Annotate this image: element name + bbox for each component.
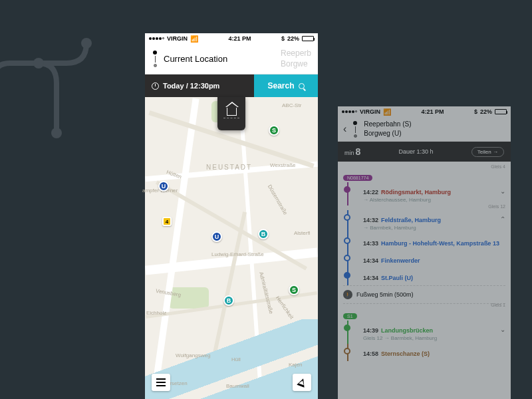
bluetooth-icon: $ (474, 108, 477, 115)
phone-primary: VIRGIN 📶 4:21 PM $ 22% Current Location … (145, 33, 318, 399)
signal-dots-icon (342, 110, 357, 113)
status-bar: VIRGIN 📶 4:21 PM $ 22% (145, 33, 318, 44)
time-picker-label: Today / 12:30pm (163, 82, 219, 90)
home-shortcut[interactable] (217, 97, 245, 130)
chevron-down-icon[interactable]: ⌄ (500, 188, 505, 195)
battery-icon (302, 36, 314, 41)
line-badge: S1 (343, 313, 357, 319)
journey-leg[interactable]: 14:22Rödingsmarkt, Hamburg⌄ → Alsterchau… (347, 182, 505, 205)
clock-icon (152, 82, 159, 90)
route-to: Borgweg (U) (364, 129, 411, 138)
line-badge: N0881774 (343, 175, 372, 181)
locate-button[interactable] (293, 374, 311, 391)
road-label: Wolfgangsweg (176, 352, 210, 358)
walk-segment: 🚶 Fußweg 5min (500m) (343, 285, 505, 304)
share-button[interactable]: Teilen → (471, 147, 504, 157)
platform-label: Gleis 1 (343, 303, 505, 307)
station-pin-s[interactable]: S (269, 125, 279, 136)
road-label: Eichholz (146, 310, 166, 316)
statusbar-time: 4:21 PM (228, 35, 251, 42)
station-pin-u[interactable]: U (211, 231, 222, 242)
road-label: Baumwall (226, 383, 249, 389)
road-label: Wexstraße (270, 162, 296, 168)
road-label: Hüll (231, 356, 241, 362)
hamburger-icon (156, 382, 166, 383)
station-pin-s[interactable]: S (289, 285, 299, 295)
map-canvas[interactable]: NEUSTADT Ludwig-Erhard-Straße Wexstraße … (145, 97, 318, 399)
bluetooth-icon: $ (281, 35, 285, 42)
road-label: Admiralitätsstraße (258, 271, 274, 315)
navigate-icon (297, 377, 307, 387)
journey-list[interactable]: Gleis 4 N0881774 14:22Rödingsmarkt, Hamb… (338, 162, 511, 361)
road-label: Ludwig-Erhard-Straße (211, 251, 264, 257)
station-pin-b[interactable]: B (223, 295, 234, 306)
battery-icon (495, 109, 507, 114)
route-from: Reeperbahn (S) (364, 120, 411, 129)
location-text: Current Location (164, 54, 275, 64)
district-label: NEUSTADT (206, 164, 252, 171)
chevron-down-icon[interactable]: ⌄ (500, 326, 505, 333)
brand-logo-background (0, 33, 120, 146)
road-label: Düsternstraße (267, 184, 289, 215)
search-icon (299, 83, 305, 89)
route-header: ‹ Reeperbahn (S) Borgweg (U) (338, 117, 511, 142)
svg-point-3 (33, 58, 44, 68)
walk-label: Fußweg 5min (500m) (356, 291, 414, 298)
signal-dots-icon (149, 37, 164, 40)
svg-point-4 (81, 38, 92, 49)
journey-leg[interactable]: 14:58Sternschanze (S) (347, 344, 505, 361)
ghost-destinations: Reeperb Borgwe (281, 49, 311, 69)
journey-leg[interactable]: 14:39Landungsbrücken⌄ Gleis 12 → Barmbek… (347, 321, 505, 344)
route-dots-icon (152, 51, 158, 67)
search-toolbar: Today / 12:30pm Search (145, 74, 318, 97)
platform-label: Gleis 4 (343, 164, 505, 169)
journey-leg[interactable]: 14:33Hamburg - Hoheluft-West, Kampstraße… (347, 233, 505, 251)
svg-point-1 (51, 128, 62, 138)
carrier-label: VIRGIN (167, 35, 188, 42)
battery-pct: 22% (480, 108, 492, 115)
time-picker[interactable]: Today / 12:30pm (145, 74, 254, 97)
search-label: Search (267, 81, 294, 90)
station-pin-b[interactable]: B (258, 229, 269, 239)
minutes-value: 8 (356, 146, 361, 157)
back-button[interactable]: ‹ (343, 123, 346, 135)
wifi-icon: 📶 (383, 108, 391, 116)
menu-button[interactable] (152, 374, 170, 391)
journey-leg[interactable]: 14:34Finkenwerder (347, 251, 505, 268)
road-label: Kajen (289, 362, 302, 368)
line-pin-4[interactable]: 4 (162, 217, 172, 226)
location-field[interactable]: Current Location Reeperb Borgwe (145, 44, 318, 74)
station-pin-u[interactable]: U (158, 181, 169, 192)
chevron-up-icon[interactable]: ⌃ (500, 215, 505, 223)
search-button[interactable]: Search (254, 74, 318, 97)
home-icon (227, 108, 237, 116)
phone-secondary: VIRGIN 📶 4:21 PM $ 22% ‹ Reeperbahn (S) … (338, 106, 511, 399)
route-dots-icon (352, 121, 358, 138)
road-label: Alsterfl (294, 230, 310, 236)
battery-pct: 22% (287, 35, 299, 42)
journey-leg[interactable]: 14:32Feldstraße, Hamburg⌃ → Barmbek, Ham… (347, 210, 505, 233)
walk-icon: 🚶 (343, 290, 352, 299)
carrier-label: VIRGIN (360, 108, 380, 115)
journey-leg[interactable]: 14:34St.Pauli (U) (347, 268, 505, 285)
wifi-icon: 📶 (190, 35, 198, 43)
duration-label: Dauer 1:30 h (399, 148, 434, 155)
road-label: ABC-Str (282, 102, 301, 108)
status-bar: VIRGIN 📶 4:21 PM $ 22% (338, 106, 511, 117)
summary-strip: min 8 Dauer 1:30 h Teilen → (338, 142, 511, 162)
statusbar-time: 4:21 PM (421, 108, 444, 115)
